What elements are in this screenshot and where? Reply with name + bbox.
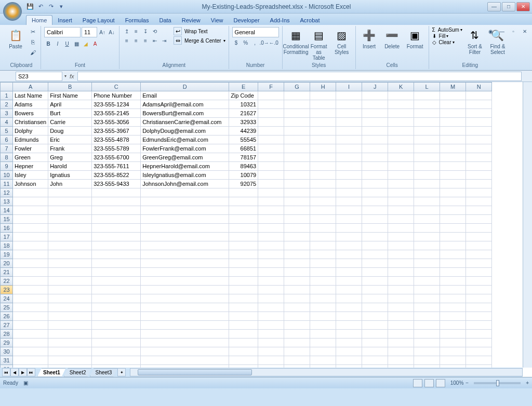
close-button[interactable]: ✕ [516, 2, 530, 11]
cell-M1[interactable] [440, 91, 466, 100]
cell-K22[interactable] [388, 277, 414, 286]
cell-D20[interactable] [141, 259, 229, 268]
qat-dropdown-icon[interactable]: ▾ [57, 3, 65, 11]
cell-F23[interactable] [258, 286, 284, 294]
align-left-icon[interactable]: ≡ [123, 36, 131, 45]
cell-N5[interactable] [466, 127, 492, 136]
cell-M12[interactable] [440, 188, 466, 197]
sheet-nav-first[interactable]: ⏮ [2, 368, 10, 376]
cell-C31[interactable] [92, 356, 141, 365]
cell-M2[interactable] [440, 100, 466, 109]
cell-N29[interactable] [466, 339, 492, 347]
sort-filter-button[interactable]: ⇅Sort & Filter [464, 27, 485, 56]
col-header-I[interactable]: I [336, 83, 362, 91]
cut-icon[interactable]: ✂ [28, 27, 37, 36]
cell-I21[interactable] [336, 268, 362, 277]
cell-H23[interactable] [310, 286, 336, 294]
decrease-decimal-icon[interactable]: ←.0 [270, 38, 278, 47]
cell-B1[interactable]: First Name [48, 91, 92, 100]
cell-H1[interactable] [310, 91, 336, 100]
cell-D15[interactable] [141, 215, 229, 224]
cell-B5[interactable]: Doug [48, 127, 92, 136]
cell-J13[interactable] [362, 197, 388, 206]
cell-M9[interactable] [440, 162, 466, 171]
percent-icon[interactable]: % [242, 38, 250, 47]
cell-G28[interactable] [284, 330, 310, 339]
cell-M31[interactable] [440, 356, 466, 365]
cell-L20[interactable] [414, 259, 440, 268]
cell-H16[interactable] [310, 224, 336, 233]
format-cells-button[interactable]: ▣Format [405, 27, 425, 50]
cell-B27[interactable] [48, 321, 92, 330]
bold-button[interactable]: B [44, 39, 52, 48]
tab-home[interactable]: Home [26, 15, 52, 25]
cell-K24[interactable] [388, 294, 414, 303]
view-layout-button[interactable] [424, 379, 434, 387]
cell-A1[interactable]: Last Name [13, 91, 48, 100]
cell-H27[interactable] [310, 321, 336, 330]
cell-H28[interactable] [310, 330, 336, 339]
row-header-3[interactable]: 3 [1, 109, 13, 118]
col-header-M[interactable]: M [440, 83, 466, 91]
cell-A28[interactable] [13, 330, 48, 339]
cell-A4[interactable]: Christiansen [13, 118, 48, 127]
cell-H15[interactable] [310, 215, 336, 224]
cell-D7[interactable]: FowlerFrank@email.com [141, 144, 229, 153]
cell-A18[interactable] [13, 241, 48, 250]
row-header-6[interactable]: 6 [1, 136, 13, 144]
cell-F24[interactable] [258, 294, 284, 303]
horizontal-scrollbar[interactable] [130, 368, 523, 376]
cell-B25[interactable] [48, 303, 92, 312]
cell-M14[interactable] [440, 206, 466, 215]
cell-I27[interactable] [336, 321, 362, 330]
cell-N20[interactable] [466, 259, 492, 268]
cell-H12[interactable] [310, 188, 336, 197]
cell-A8[interactable]: Green [13, 153, 48, 162]
cell-N12[interactable] [466, 188, 492, 197]
cell-G20[interactable] [284, 259, 310, 268]
cell-D21[interactable] [141, 268, 229, 277]
cell-J5[interactable] [362, 127, 388, 136]
cell-F30[interactable] [258, 347, 284, 356]
cell-I16[interactable] [336, 224, 362, 233]
cell-E15[interactable] [229, 215, 258, 224]
cell-B13[interactable] [48, 197, 92, 206]
cell-G22[interactable] [284, 277, 310, 286]
cell-D10[interactable]: IsleyIgnatius@email.com [141, 171, 229, 180]
row-header-25[interactable]: 25 [1, 303, 13, 312]
cell-H26[interactable] [310, 312, 336, 321]
cell-D22[interactable] [141, 277, 229, 286]
cell-C5[interactable]: 323-555-3967 [92, 127, 141, 136]
cell-B14[interactable] [48, 206, 92, 215]
cell-N23[interactable] [466, 286, 492, 294]
tab-acrobat[interactable]: Acrobat [295, 16, 325, 25]
cell-E10[interactable]: 10079 [229, 171, 258, 180]
row-header-5[interactable]: 5 [1, 127, 13, 136]
cell-C22[interactable] [92, 277, 141, 286]
cell-G27[interactable] [284, 321, 310, 330]
cell-G1[interactable] [284, 91, 310, 100]
col-header-E[interactable]: E [229, 83, 258, 91]
cell-H25[interactable] [310, 303, 336, 312]
sheet-nav-next[interactable]: ▶ [19, 368, 27, 376]
cell-G9[interactable] [284, 162, 310, 171]
cell-H8[interactable] [310, 153, 336, 162]
restore-window-icon[interactable]: ▫ [509, 27, 517, 35]
cell-E11[interactable]: 92075 [229, 180, 258, 188]
cell-C15[interactable] [92, 215, 141, 224]
cell-C1[interactable]: Phone Number [92, 91, 141, 100]
cell-L25[interactable] [414, 303, 440, 312]
cell-J22[interactable] [362, 277, 388, 286]
select-all-corner[interactable] [1, 83, 13, 91]
cell-D13[interactable] [141, 197, 229, 206]
cell-J23[interactable] [362, 286, 388, 294]
row-header-14[interactable]: 14 [1, 206, 13, 215]
col-header-N[interactable]: N [466, 83, 492, 91]
tab-add-ins[interactable]: Add-Ins [265, 16, 295, 25]
cell-B30[interactable] [48, 347, 92, 356]
cell-G26[interactable] [284, 312, 310, 321]
cell-J7[interactable] [362, 144, 388, 153]
cell-H6[interactable] [310, 136, 336, 144]
cell-A11[interactable]: Johnson [13, 180, 48, 188]
cell-H18[interactable] [310, 241, 336, 250]
